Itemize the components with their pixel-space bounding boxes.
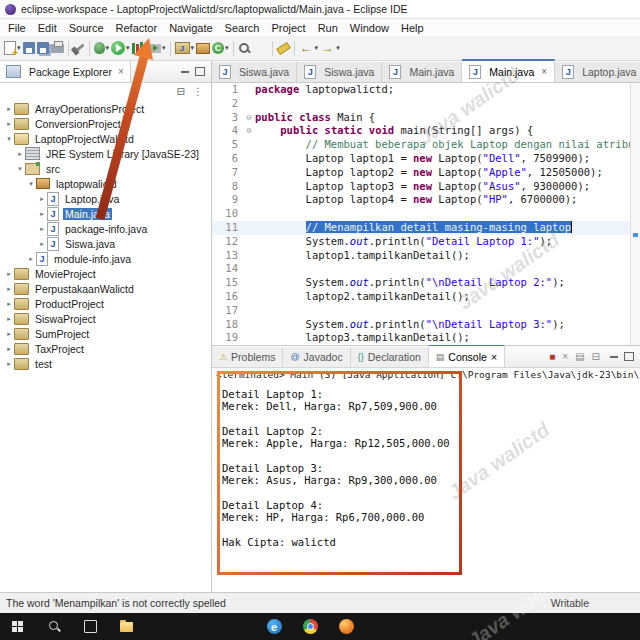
maximize-view-icon[interactable] (195, 67, 205, 76)
tree-collapsed-arrow-icon[interactable]: ▸ (4, 285, 14, 293)
run-button[interactable]: ▾ (110, 38, 131, 58)
tree-collapsed-arrow-icon[interactable]: ▸ (26, 255, 36, 263)
external-tools-button[interactable]: ▾ (148, 38, 167, 58)
tree-item-siswa-java[interactable]: ▸JSiswa.java (0, 236, 211, 251)
tree-item-arrayoperationsproject[interactable]: ▸ArrayOperationsProject (0, 101, 211, 116)
tree-item-test[interactable]: ▸test (0, 356, 211, 371)
tree-collapsed-arrow-icon[interactable]: ▸ (4, 315, 14, 323)
tree-expanded-arrow-icon[interactable]: ▾ (4, 135, 14, 143)
editor-tab-1[interactable]: JSiswa.java (297, 62, 382, 82)
tree-collapsed-arrow-icon[interactable]: ▸ (4, 105, 14, 113)
tree-item-movieproject[interactable]: ▸MovieProject (0, 266, 211, 281)
tree-item-taxproject[interactable]: ▸TaxProject (0, 341, 211, 356)
open-type-button[interactable] (237, 38, 252, 58)
back-button[interactable]: ←▾ (298, 38, 320, 58)
menu-source[interactable]: Source (63, 21, 110, 35)
menu-search[interactable]: Search (219, 21, 266, 35)
tree-expanded-arrow-icon[interactable]: ▾ (26, 180, 36, 188)
tab-console[interactable]: ▤Console× (429, 344, 505, 367)
build-all-button[interactable] (72, 38, 86, 58)
taskbar-search-button[interactable] (36, 613, 72, 640)
tree-item-siswaproject[interactable]: ▸SiswaProject (0, 311, 211, 326)
save-button[interactable] (22, 38, 36, 58)
new-package-button[interactable] (195, 38, 211, 58)
line-number: 8 (212, 180, 243, 194)
taskbar-edge-button[interactable]: e (256, 613, 292, 640)
close-tab-icon[interactable]: × (491, 351, 497, 363)
save-all-button[interactable] (36, 38, 50, 58)
package-explorer-tab[interactable]: Package Explorer × (0, 61, 131, 82)
editor-tab-2[interactable]: JMain.java (382, 62, 462, 82)
taskbar-file-explorer-button[interactable] (108, 613, 144, 640)
tree-collapsed-arrow-icon[interactable]: ▸ (4, 300, 14, 308)
menu-window[interactable]: Window (344, 21, 395, 35)
tree-expanded-arrow-icon[interactable]: ▾ (15, 165, 25, 173)
tree-collapsed-arrow-icon[interactable]: ▸ (4, 360, 14, 368)
menu-project[interactable]: Project (265, 21, 311, 35)
taskbar-firefox-button[interactable] (328, 613, 364, 640)
overview-ruler[interactable] (630, 83, 640, 345)
menu-refactor[interactable]: Refactor (110, 21, 164, 35)
collapse-all-icon[interactable]: ⊟ (177, 86, 185, 97)
scroll-lock-icon[interactable]: ⊟ (592, 352, 600, 362)
tree-item-jre-system-library-javase-23[interactable]: ▸JRE System Library [JavaSE-23] (0, 146, 211, 161)
remove-launch-icon[interactable]: × (562, 352, 568, 362)
tree-collapsed-arrow-icon[interactable]: ▸ (37, 240, 47, 248)
fold-marker-icon[interactable]: ⊖ (243, 124, 255, 138)
terminate-icon[interactable]: ■ (549, 352, 555, 362)
tree-item-src[interactable]: ▾src (0, 161, 211, 176)
menu-edit[interactable]: Edit (32, 21, 63, 35)
tree-collapsed-arrow-icon[interactable]: ▸ (37, 195, 47, 203)
maximize-console-icon[interactable] (624, 352, 634, 361)
tab-problems[interactable]: ⚠Problems (212, 347, 283, 367)
tree-item-package-info-java[interactable]: ▸Jpackage-info.java (0, 221, 211, 236)
fold-gutter (243, 83, 255, 97)
debug-button[interactable]: ▾ (93, 38, 111, 58)
menu-navigate[interactable]: Navigate (163, 21, 218, 35)
tree-collapsed-arrow-icon[interactable]: ▸ (4, 270, 14, 278)
menu-help[interactable]: Help (395, 21, 430, 35)
tree-collapsed-arrow-icon[interactable]: ▸ (15, 150, 25, 158)
tree-item-laptop-java[interactable]: ▸JLaptop.java (0, 191, 211, 206)
forward-button[interactable]: →▾ (319, 38, 341, 58)
minimize-view-icon[interactable] (181, 71, 189, 73)
tree-collapsed-arrow-icon[interactable]: ▸ (37, 210, 47, 218)
taskbar-chrome-button[interactable] (292, 613, 328, 640)
editor-tab-4[interactable]: JLaptop.java (555, 62, 640, 82)
tab-declaration[interactable]: {}Declaration (351, 347, 429, 367)
code-editor[interactable]: 1package laptopwalictd;23⊖public class M… (212, 83, 640, 345)
view-menu-icon[interactable]: ⋮ (193, 86, 203, 97)
tab-javadoc[interactable]: @Javadoc (283, 347, 350, 367)
clear-console-icon[interactable]: ▤ (575, 352, 584, 362)
tree-item-module-info-java[interactable]: ▸Jmodule-info.java (0, 251, 211, 266)
tree-collapsed-arrow-icon[interactable]: ▸ (37, 225, 47, 233)
tree-item-perpustakaanwalictd[interactable]: ▸PerpustakaanWalictd (0, 281, 211, 296)
editor-tab-0[interactable]: JSiswa.java (212, 62, 297, 82)
close-tab-icon[interactable]: × (541, 66, 547, 77)
console-output[interactable]: Detail Laptop 1:Merek: Dell, Harga: Rp7,… (212, 384, 640, 592)
close-view-icon[interactable]: × (118, 66, 124, 77)
fold-marker-icon[interactable]: ⊖ (243, 111, 255, 125)
minimize-console-icon[interactable] (610, 356, 618, 358)
search-button[interactable] (252, 38, 269, 58)
new-java-project-button[interactable]: J▾ (174, 38, 196, 58)
taskbar-task-view-button[interactable] (72, 613, 108, 640)
new-class-button[interactable]: C▾ (211, 38, 230, 58)
tree-item-laptopwalictd[interactable]: ▾laptopwalictd (0, 176, 211, 191)
print-button[interactable] (50, 38, 65, 58)
tree-item-sumproject[interactable]: ▸SumProject (0, 326, 211, 341)
menu-file[interactable]: File (2, 21, 32, 35)
new-wizard-button[interactable]: ▾ (3, 38, 22, 58)
tree-item-main-java[interactable]: ▸JMain.java (0, 206, 211, 221)
mark-occurrences-button[interactable] (276, 38, 291, 58)
menu-run[interactable]: Run (312, 21, 344, 35)
tree-collapsed-arrow-icon[interactable]: ▸ (4, 345, 14, 353)
editor-tab-3[interactable]: JMain.java× (462, 59, 555, 82)
taskbar-start-button[interactable] (0, 613, 36, 640)
tree-item-productproject[interactable]: ▸ProductProject (0, 296, 211, 311)
tree-collapsed-arrow-icon[interactable]: ▸ (4, 330, 14, 338)
coverage-button[interactable]: ▾ (131, 38, 149, 58)
tree-item-conversionproject[interactable]: ▸ConversionProject (0, 116, 211, 131)
tree-item-laptopprojectwalictd[interactable]: ▾LaptopProjectWalictd (0, 131, 211, 146)
tree-collapsed-arrow-icon[interactable]: ▸ (4, 120, 14, 128)
